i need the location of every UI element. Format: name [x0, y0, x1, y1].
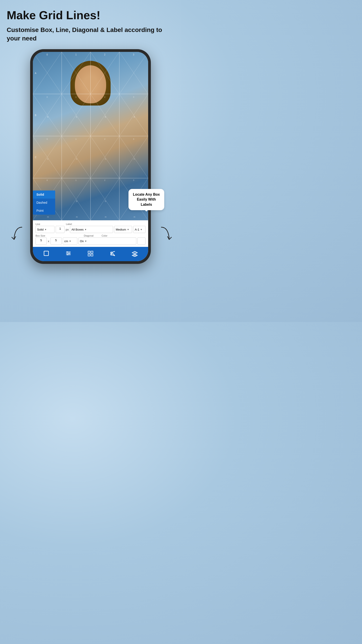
bottom-nav — [33, 247, 148, 261]
nav-scissors-icon[interactable] — [109, 250, 116, 258]
svg-point-78 — [67, 252, 68, 253]
right-arrow — [159, 225, 173, 244]
box-height-input[interactable]: 5 — [50, 238, 62, 245]
px-unit: px — [66, 228, 69, 231]
nav-square-icon[interactable] — [43, 250, 49, 258]
svg-point-79 — [68, 253, 69, 254]
phone-mockup: 0 1 2 3 A B C D 0 1 2 — [30, 49, 151, 264]
dropdown-solid[interactable]: Solid — [33, 190, 55, 198]
diagonal-label: Diagonal — [84, 234, 93, 237]
svg-line-87 — [112, 251, 115, 252]
unit-select[interactable]: cm ▼ — [63, 238, 77, 245]
svg-rect-83 — [88, 254, 90, 256]
svg-point-80 — [67, 254, 68, 255]
page-subtitle: Customise Box, Line, Diagonal & Label ac… — [7, 26, 174, 43]
x-separator: x — [48, 240, 49, 243]
svg-rect-82 — [91, 251, 93, 253]
diagonal-select[interactable]: On ▼ — [78, 238, 137, 245]
svg-point-86 — [111, 254, 112, 255]
line-width-input[interactable]: 1 — [56, 226, 64, 233]
box-width-input[interactable]: 5 — [35, 238, 47, 245]
dropdown-point[interactable]: Point — [33, 206, 55, 215]
line-style-select[interactable]: Solid ▼ — [35, 226, 54, 233]
page-title: Make Grid Lines! — [7, 9, 174, 22]
label-size-select[interactable]: Medium ▼ — [114, 226, 132, 233]
nav-sliders-icon[interactable] — [65, 250, 71, 258]
nav-grid-icon[interactable] — [87, 250, 94, 258]
svg-marker-90 — [132, 251, 137, 254]
svg-rect-81 — [88, 251, 90, 253]
label-scope-select[interactable]: All Boxes ▼ — [70, 226, 113, 233]
svg-marker-91 — [132, 254, 137, 257]
svg-point-85 — [111, 252, 112, 253]
nav-layers-icon[interactable] — [132, 250, 138, 258]
color-picker[interactable] — [137, 238, 145, 245]
dropdown-dashed[interactable]: Dashed — [33, 198, 55, 206]
left-arrow — [11, 225, 24, 244]
line-label: Line — [35, 223, 64, 226]
label-format-select[interactable]: A-1 ▼ — [133, 226, 145, 233]
label-header: Label — [66, 223, 72, 226]
svg-rect-84 — [91, 254, 93, 256]
svg-rect-74 — [44, 251, 48, 256]
line-style-dropdown[interactable]: Solid Dashed Point — [33, 190, 55, 215]
control-panel: Line Label Solid ▼ 1 px All Boxes ▼ — [33, 220, 148, 247]
color-label: Color — [101, 234, 107, 237]
box-size-label: Box Size — [35, 234, 64, 237]
callout-bubble: Locate Any Box Easily With Labels — [128, 189, 164, 210]
